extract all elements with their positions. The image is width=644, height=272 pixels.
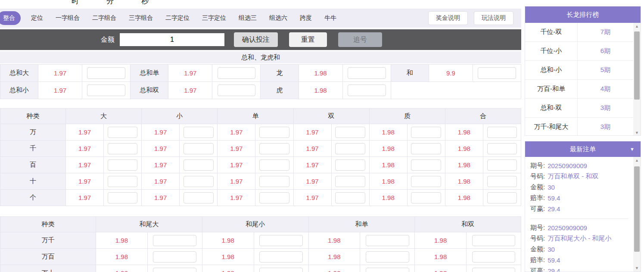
bet-input[interactable]	[411, 192, 441, 203]
bet-input[interactable]	[411, 176, 441, 187]
bet-input[interactable]	[487, 143, 517, 154]
timer-second-label: 秒	[141, 0, 149, 4]
bet-input[interactable]	[259, 176, 289, 187]
odds-value: 1.98	[96, 265, 148, 272]
scroll-up-icon[interactable]: ▲	[633, 23, 641, 30]
tab-span[interactable]: 跨度	[300, 14, 312, 22]
scrollbar[interactable]: ▲ ▼	[633, 23, 641, 136]
tab-one-char-combo[interactable]: 一字组合	[56, 14, 80, 22]
amount-input[interactable]	[120, 33, 224, 46]
period-label: 期号:	[530, 224, 545, 232]
bet-input[interactable]	[108, 127, 138, 138]
tab-two-char-combo[interactable]: 二字组合	[92, 14, 116, 22]
bet-input[interactable]	[259, 127, 289, 138]
bet-input[interactable]	[487, 176, 517, 187]
bet-input[interactable]	[259, 235, 303, 246]
tab-position[interactable]: 定位	[31, 14, 43, 22]
bet-input[interactable]	[218, 67, 256, 79]
odds-value: 1.97	[38, 65, 82, 82]
tab-bull-bull[interactable]: 牛牛	[324, 14, 336, 22]
bet-input[interactable]	[87, 84, 125, 96]
bet-input[interactable]	[411, 143, 441, 154]
odds-value: 1.97	[218, 157, 255, 173]
bet-input[interactable]	[108, 159, 138, 171]
bet-input[interactable]	[153, 268, 196, 272]
bet-input[interactable]	[218, 84, 256, 96]
row-label: 千	[0, 141, 66, 157]
bet-input[interactable]	[153, 251, 196, 263]
bet-input[interactable]	[259, 251, 303, 263]
bet-input[interactable]	[472, 251, 516, 263]
bet-input[interactable]	[108, 143, 138, 154]
bet-input[interactable]	[335, 159, 365, 171]
tab-integrate[interactable]: 整合	[0, 11, 21, 25]
bet-input[interactable]	[108, 176, 138, 187]
column-header: 大	[66, 109, 142, 124]
play-type-tabbar: 整合 定位 一字组合 二字组合 三字组合 二字定位 三字定位 组选三 组选六 跨…	[0, 9, 521, 28]
scrollbar-thumb[interactable]	[634, 166, 640, 252]
bet-input[interactable]	[184, 192, 214, 203]
bet-input[interactable]	[335, 176, 365, 187]
bet-input[interactable]	[184, 143, 214, 154]
bet-cell	[360, 249, 415, 265]
timer-hour-label: 时	[72, 0, 79, 4]
bet-input[interactable]	[366, 235, 409, 246]
bet-input[interactable]	[87, 67, 125, 79]
bet-input[interactable]	[487, 192, 517, 203]
bet-input[interactable]	[411, 159, 441, 171]
latest-bets-list: 期号:20250909009 号码:万百和单双 - 和双 金额:30 赔率:59…	[525, 157, 633, 272]
number-label: 号码:	[530, 172, 545, 181]
scrollbar[interactable]: ▲ ▼	[633, 157, 641, 272]
bet-cell	[82, 65, 131, 82]
rules-info-button[interactable]: 玩法说明	[474, 11, 513, 25]
tab-group-select-3[interactable]: 组选三	[239, 14, 257, 22]
bet-input[interactable]	[335, 143, 365, 154]
dragon-name: 千位-小	[525, 42, 578, 60]
bet-input[interactable]	[348, 84, 386, 96]
bet-input[interactable]	[259, 192, 289, 203]
timer-minute-label: 分	[106, 0, 114, 4]
odds-value: 1.98	[415, 265, 467, 272]
reset-button[interactable]: 重置	[289, 32, 327, 47]
tab-three-char-position[interactable]: 三字定位	[202, 14, 226, 22]
dragon-rank-row: 千位-双 7期	[525, 23, 641, 42]
scroll-down-icon[interactable]: ▼	[633, 265, 641, 272]
tab-three-char-combo[interactable]: 三字组合	[129, 14, 153, 22]
bet-input[interactable]	[184, 127, 214, 138]
bet-input[interactable]	[335, 192, 365, 203]
bet-input[interactable]	[184, 176, 214, 187]
amount-label: 金额:	[530, 245, 545, 253]
bonus-info-button[interactable]: 奖金说明	[428, 11, 468, 25]
chase-number-button[interactable]: 追号	[338, 32, 382, 47]
bet-input[interactable]	[259, 143, 289, 154]
bet-input[interactable]	[478, 67, 516, 79]
bet-cell	[104, 157, 142, 173]
scrollbar-thumb[interactable]	[634, 31, 640, 100]
bet-input[interactable]	[487, 127, 517, 138]
bet-input[interactable]	[153, 235, 196, 246]
bet-input[interactable]	[259, 268, 303, 272]
bet-input[interactable]	[366, 251, 409, 263]
scroll-up-icon[interactable]: ▲	[633, 157, 641, 164]
bet-input[interactable]	[108, 192, 138, 203]
odds-value: 1.98	[445, 173, 483, 190]
bet-input[interactable]	[411, 127, 441, 138]
bet-cell	[254, 249, 309, 265]
tab-two-char-position[interactable]: 二字定位	[165, 14, 190, 22]
bet-input[interactable]	[472, 268, 516, 272]
chevron-down-icon[interactable]: ▼	[630, 147, 635, 152]
tab-group-select-6[interactable]: 组选六	[269, 14, 287, 22]
bet-cell	[180, 157, 218, 173]
bet-input[interactable]	[487, 159, 517, 171]
bet-input[interactable]	[348, 67, 386, 79]
scroll-down-icon[interactable]: ▼	[633, 129, 641, 136]
bet-input[interactable]	[366, 268, 409, 272]
odds-value: 9.9	[429, 65, 473, 82]
bet-input[interactable]	[472, 235, 516, 246]
bet-input[interactable]	[335, 127, 365, 138]
bet-input[interactable]	[259, 159, 289, 171]
bet-label: 总和双	[131, 82, 168, 99]
confirm-bet-button[interactable]: 确认投注	[234, 32, 278, 47]
bet-input[interactable]	[184, 159, 214, 171]
odds-value: 1.97	[38, 82, 82, 99]
